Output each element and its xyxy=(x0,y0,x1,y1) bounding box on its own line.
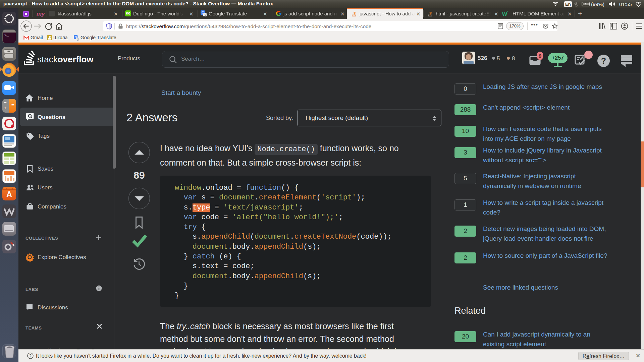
svg-text:文: 文 xyxy=(204,13,207,17)
svg-text:文: 文 xyxy=(77,38,79,41)
svg-text:?: ? xyxy=(29,354,32,358)
